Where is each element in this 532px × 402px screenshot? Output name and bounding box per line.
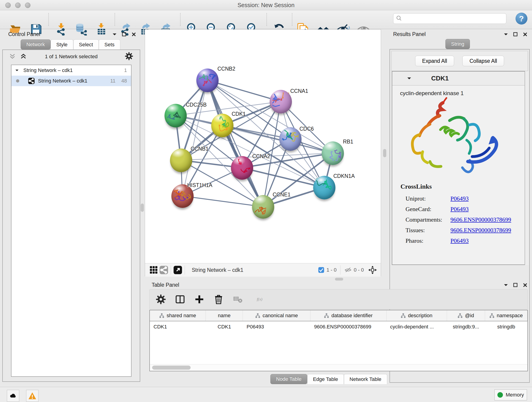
open-in-new-icon[interactable] — [173, 265, 183, 275]
network-edge[interactable] — [207, 80, 281, 102]
network-node-CDC25B[interactable] — [165, 104, 187, 128]
network-node-CCNB1[interactable] — [170, 148, 192, 172]
network-tree: String Network – cdk1 1 String Network –… — [11, 65, 132, 377]
collapse-panel-icon[interactable] — [503, 282, 509, 288]
collapse-panel-icon[interactable] — [503, 32, 509, 37]
tree-expand-icon[interactable] — [15, 68, 19, 73]
close-panel-icon[interactable] — [522, 32, 528, 37]
delete-column-icon[interactable] — [213, 294, 224, 305]
crosslink-value-link[interactable]: P06493 — [450, 195, 469, 202]
left-splitter-handle[interactable] — [141, 204, 144, 212]
selected-checkbox-icon[interactable] — [318, 267, 325, 274]
collapse-panel-icon[interactable] — [112, 32, 117, 37]
scrollbar-thumb[interactable] — [152, 366, 191, 370]
protein-structure-thumbnail — [324, 144, 341, 161]
protein-structure-thumbnail — [316, 179, 333, 195]
hidden-eye-icon[interactable] — [344, 266, 352, 274]
results-scrollbar[interactable] — [525, 71, 529, 265]
network-edges — [145, 30, 381, 263]
crosslinks-block: CrossLinks Uniprot:P06493GeneCard:P06493… — [400, 183, 511, 246]
crosslink-value-link[interactable]: 9606.ENSP00000378699 — [450, 216, 511, 223]
cdk1-section-header[interactable]: CDK1 — [392, 71, 525, 85]
cloud-button[interactable] — [7, 390, 19, 402]
column-header-namespace[interactable]: namespace — [485, 310, 527, 321]
column-header-database-identifier[interactable]: database identifier — [310, 310, 386, 321]
network-edge[interactable] — [182, 196, 263, 207]
table-horizontal-scrollbar[interactable] — [150, 364, 527, 371]
warnings-button[interactable] — [26, 390, 38, 402]
network-row[interactable]: String Network – cdk1 11 48 — [12, 76, 131, 86]
crosslink-row: Pharos:P06493 — [400, 236, 511, 246]
crosslink-label: Compartments: — [405, 216, 442, 223]
birds-eye-view-icon[interactable] — [367, 265, 378, 275]
search-input[interactable] — [403, 15, 506, 22]
table-settings-gear-icon[interactable] — [155, 294, 167, 305]
network-node-CDC6[interactable] — [279, 127, 302, 151]
network-node-CCNA1[interactable] — [270, 90, 292, 114]
cdk1-section: CDK1 cyclin-dependent kinase 1 — [392, 71, 525, 265]
show-columns-icon[interactable] — [174, 294, 186, 305]
network-canvas[interactable]: CCNB2CCNA1CDC25BCDK1CDC6RB1CCNB1CCNA2CDK… — [145, 30, 381, 263]
import-network-database-icon[interactable] — [74, 22, 88, 36]
search-field[interactable] — [393, 13, 506, 24]
network-node-CCNB2[interactable] — [196, 69, 219, 92]
tab-string[interactable]: String — [445, 39, 470, 49]
window-title: Session: New Session — [0, 2, 532, 8]
float-panel-icon[interactable] — [513, 32, 518, 37]
table-row[interactable]: CDK1CDK1P064939606.ENSP00000378699cyclin… — [150, 321, 527, 332]
crosslink-value-link[interactable]: P06493 — [450, 206, 469, 213]
tab-network-table[interactable]: Network Table — [344, 374, 387, 384]
tab-select[interactable]: Select — [73, 39, 99, 50]
float-panel-icon[interactable] — [121, 32, 127, 37]
right-splitter-handle[interactable] — [383, 149, 386, 157]
function-builder-icon: f(x) — [251, 294, 272, 305]
protein-structure-thumbnail — [174, 187, 191, 204]
add-column-icon[interactable] — [194, 294, 205, 305]
close-panel-icon[interactable] — [131, 32, 137, 37]
tab-network[interactable]: Network — [21, 39, 51, 50]
help-button[interactable]: ? — [515, 13, 527, 25]
column-header-name[interactable]: name — [206, 310, 243, 321]
column-header-shared-name[interactable]: shared name — [150, 310, 206, 321]
close-panel-icon[interactable] — [522, 282, 528, 288]
tab-edge-table[interactable]: Edge Table — [307, 374, 344, 384]
network-options-gear-icon[interactable] — [125, 52, 133, 61]
import-network-file-icon[interactable] — [55, 22, 68, 36]
network-collection-row[interactable]: String Network – cdk1 1 — [12, 65, 131, 76]
grid-view-icon[interactable] — [149, 265, 159, 275]
network-share-icon[interactable] — [159, 265, 169, 275]
selected-counts: 1 - 0 — [326, 267, 336, 273]
section-collapse-icon[interactable] — [406, 76, 412, 81]
table-cell: P06493 — [243, 321, 310, 332]
control-panel-body: 1 of 1 Network selected String Network –… — [2, 50, 140, 382]
table-cell: stringdb:9... — [447, 321, 485, 332]
float-panel-icon[interactable] — [513, 282, 518, 288]
application-window: Session: New Session — [0, 0, 532, 402]
protein-structure-thumbnail — [167, 107, 184, 123]
bottom-splitter-handle[interactable] — [335, 278, 343, 281]
network-node-label: RB1 — [343, 139, 353, 145]
import-table-file-icon[interactable] — [95, 22, 109, 36]
collapse-all-button[interactable]: Collapse All — [462, 56, 504, 66]
tab-node-table[interactable]: Node Table — [270, 374, 307, 384]
network-edge[interactable] — [207, 80, 263, 207]
network-node-CCNA2[interactable] — [231, 156, 253, 180]
crosslink-value-link[interactable]: 9606.ENSP00000378699 — [450, 227, 511, 234]
protein-structure-thumbnail — [255, 198, 272, 215]
column-header-canonical-name[interactable]: canonical name — [243, 310, 310, 321]
expand-all-button[interactable]: Expand All — [415, 56, 454, 66]
network-node-CCNE1[interactable] — [252, 195, 274, 219]
crosslink-value-link[interactable]: P06493 — [450, 237, 469, 244]
column-header-@id[interactable]: @id — [447, 310, 485, 321]
column-header-description[interactable]: description — [386, 310, 447, 321]
tab-style[interactable]: Style — [51, 39, 73, 50]
tab-sets[interactable]: Sets — [99, 39, 120, 50]
network-edge[interactable] — [242, 168, 324, 187]
network-node-CDK1[interactable] — [211, 114, 234, 137]
table-cell: stringdb — [485, 321, 527, 332]
memory-button[interactable]: Memory — [494, 389, 527, 400]
network-node-RB1[interactable] — [322, 141, 344, 165]
network-node-CDKN1A[interactable] — [313, 176, 336, 199]
protein-structure-thumbnail — [199, 71, 216, 88]
toolbar-separator — [292, 13, 292, 26]
